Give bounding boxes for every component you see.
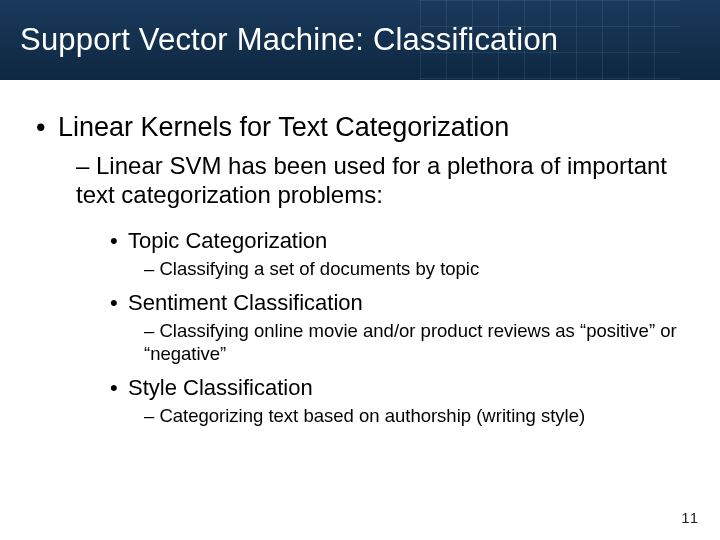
bullet-level2: – Linear SVM has been used for a plethor… [76,151,684,210]
subhead: Linear SVM has been used for a plethora … [76,152,667,208]
item-name: Topic Categorization [128,228,327,253]
title-bar: Support Vector Machine: Classification [0,0,720,80]
slide-content: •Linear Kernels for Text Categorization … [0,80,720,428]
bullet-level1: •Linear Kernels for Text Categorization [36,112,684,143]
page-number: 11 [681,509,698,526]
bullet-icon: • [36,112,58,143]
bullet-icon: • [110,290,128,316]
item-detail: Categorizing text based on authorship (w… [159,405,585,426]
item-detail: Classifying a set of documents by topic [159,258,479,279]
item-detail: Classifying online movie and/or product … [144,320,677,364]
bullet-level4: – Classifying online movie and/or produc… [144,320,684,365]
bullet-level4: – Categorizing text based on authorship … [144,405,684,428]
slide: Support Vector Machine: Classification •… [0,0,720,540]
bullet-level3: •Sentiment Classification [110,290,684,316]
headline: Linear Kernels for Text Categorization [58,112,509,142]
bullet-level3: •Style Classification [110,375,684,401]
slide-title: Support Vector Machine: Classification [20,22,558,58]
bullet-icon: • [110,375,128,401]
bullet-level4: – Classifying a set of documents by topi… [144,258,684,281]
item-name: Sentiment Classification [128,290,363,315]
item-name: Style Classification [128,375,313,400]
bullet-icon: • [110,228,128,254]
bullet-level3: •Topic Categorization [110,228,684,254]
